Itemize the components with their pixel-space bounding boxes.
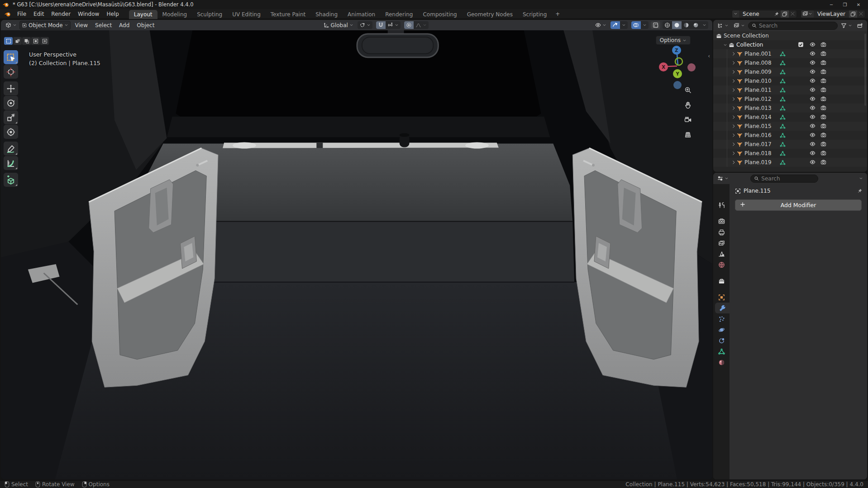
viewport-menu-object[interactable]: Object	[133, 21, 158, 29]
object-name-label[interactable]: Plane.010	[744, 78, 772, 84]
render-visibility-camera-icon[interactable]	[820, 69, 826, 75]
editor-type-button[interactable]	[4, 21, 19, 29]
tool-scale-button[interactable]	[4, 110, 18, 124]
properties-tab-scene[interactable]	[713, 248, 730, 259]
outliner-row-plane-017[interactable]: Plane.017	[713, 140, 867, 149]
add-workspace-button[interactable]: +	[552, 9, 563, 19]
properties-tab-render[interactable]	[713, 216, 730, 227]
tool-rotate-button[interactable]	[4, 96, 18, 110]
expand-chevron-right-icon[interactable]	[731, 70, 736, 74]
outliner-filter-dropdown[interactable]	[839, 22, 854, 29]
render-visibility-camera-icon[interactable]	[820, 42, 826, 47]
new-scene-button[interactable]	[781, 10, 789, 18]
render-visibility-camera-icon[interactable]	[820, 132, 826, 138]
tool-transform-button[interactable]	[4, 125, 18, 139]
new-viewlayer-button[interactable]	[849, 10, 857, 18]
menu-file[interactable]: File	[14, 10, 30, 18]
new-collection-button[interactable]	[855, 22, 865, 29]
hide-eye-icon[interactable]	[810, 123, 816, 129]
workspace-tab-shading[interactable]: Shading	[310, 10, 343, 19]
viewlayer-name[interactable]: ViewLayer	[814, 11, 849, 17]
properties-options-dropdown[interactable]	[857, 175, 865, 181]
properties-tab-physics[interactable]	[713, 324, 730, 335]
properties-tab-output[interactable]	[713, 227, 730, 237]
expand-chevron-right-icon[interactable]	[731, 61, 736, 65]
hide-eye-icon[interactable]	[810, 87, 816, 93]
viewport-menu-add[interactable]: Add	[115, 21, 133, 29]
add-modifier-button[interactable]: Add Modifier	[735, 199, 862, 211]
hide-eye-icon[interactable]	[810, 132, 816, 138]
hide-eye-icon[interactable]	[810, 60, 816, 66]
workspace-tab-layout[interactable]: Layout	[129, 10, 157, 19]
tool-measure-button[interactable]	[4, 156, 18, 170]
render-visibility-camera-icon[interactable]	[820, 87, 826, 93]
transform-orientation-dropdown[interactable]: Global	[322, 21, 355, 29]
overlays-dropdown[interactable]	[641, 22, 649, 28]
render-visibility-camera-icon[interactable]	[820, 60, 826, 66]
outliner-row-plane-012[interactable]: Plane.012	[713, 95, 867, 104]
select-mode-set-button[interactable]	[4, 37, 13, 45]
snap-with-dropdown[interactable]	[386, 21, 401, 29]
tool-select-box-button[interactable]	[4, 50, 18, 64]
minimize-button[interactable]: ─	[825, 0, 838, 9]
scene-name[interactable]: Scene	[739, 11, 773, 17]
outliner-row-plane-010[interactable]: Plane.010	[713, 76, 867, 85]
render-visibility-camera-icon[interactable]	[820, 51, 826, 57]
expand-chevron-right-icon[interactable]	[731, 133, 736, 137]
xray-toggle[interactable]	[651, 21, 660, 29]
properties-tab-object-data[interactable]	[713, 346, 730, 357]
object-name-label[interactable]: Plane.015	[744, 123, 772, 129]
outliner-row-plane-009[interactable]: Plane.009	[713, 67, 867, 76]
select-mode-intersect-button[interactable]	[40, 37, 49, 45]
object-name-label[interactable]: Plane.013	[744, 105, 772, 111]
outliner-row-plane-016[interactable]: Plane.016	[713, 131, 867, 140]
workspace-tab-texture-paint[interactable]: Texture Paint	[266, 10, 310, 19]
object-name-label[interactable]: Plane.019	[744, 159, 772, 166]
hide-eye-icon[interactable]	[810, 42, 816, 47]
close-button[interactable]: ✕	[852, 0, 865, 9]
outliner-row-scene-collection[interactable]: Scene Collection	[713, 31, 867, 40]
shading-solid-button[interactable]	[672, 21, 682, 29]
viewlayer-browse-icon[interactable]	[801, 10, 814, 18]
outliner-row-collection[interactable]: Collection	[713, 40, 867, 49]
hide-eye-icon[interactable]	[810, 51, 816, 57]
shading-dropdown[interactable]	[701, 22, 708, 28]
outliner-search-input[interactable]	[759, 23, 834, 29]
tool-cursor-button[interactable]	[4, 65, 18, 79]
hide-eye-icon[interactable]	[810, 105, 816, 111]
render-visibility-camera-icon[interactable]	[820, 123, 826, 129]
outliner-display-mode-dropdown[interactable]	[715, 22, 730, 29]
viewport-canvas[interactable]: User Perspective (2) Collection | Plane.…	[1, 30, 712, 479]
collection-checkbox[interactable]	[798, 42, 804, 47]
workspace-tab-compositing[interactable]: Compositing	[418, 10, 462, 19]
properties-tab-collection[interactable]	[713, 275, 730, 286]
collection-label[interactable]: Collection	[736, 42, 763, 48]
render-visibility-camera-icon[interactable]	[820, 114, 826, 120]
expand-chevron-right-icon[interactable]	[731, 88, 736, 92]
hide-eye-icon[interactable]	[810, 78, 816, 84]
expand-chevron-right-icon[interactable]	[731, 160, 736, 165]
hide-eye-icon[interactable]	[810, 96, 816, 102]
outliner-row-plane-008[interactable]: Plane.008	[713, 58, 867, 67]
outliner-row-plane-011[interactable]: Plane.011	[713, 85, 867, 95]
expand-chevron-right-icon[interactable]	[731, 79, 736, 83]
breadcrumb-object-name[interactable]: Plane.115	[744, 188, 771, 194]
render-visibility-camera-icon[interactable]	[820, 150, 826, 156]
render-visibility-camera-icon[interactable]	[820, 96, 826, 102]
outliner-row-plane-018[interactable]: Plane.018	[713, 149, 867, 158]
expand-chevron-right-icon[interactable]	[731, 97, 736, 101]
pin-scene-icon[interactable]	[773, 10, 781, 18]
properties-editor-type-button[interactable]	[715, 175, 730, 182]
object-name-label[interactable]: Plane.009	[744, 69, 772, 75]
hide-eye-icon[interactable]	[810, 141, 816, 147]
workspace-tab-scripting[interactable]: Scripting	[518, 10, 552, 19]
outliner-row-plane-001[interactable]: Plane.001	[713, 49, 867, 58]
expand-chevron-right-icon[interactable]	[731, 142, 736, 147]
workspace-tab-sculpting[interactable]: Sculpting	[192, 10, 227, 19]
object-name-label[interactable]: Plane.012	[744, 96, 772, 102]
workspace-tab-uv-editing[interactable]: UV Editing	[227, 10, 266, 19]
properties-tab-material[interactable]	[713, 357, 730, 368]
pin-id-icon[interactable]	[857, 188, 863, 194]
workspace-tab-rendering[interactable]: Rendering	[380, 10, 418, 19]
shading-rendered-button[interactable]	[691, 21, 701, 29]
